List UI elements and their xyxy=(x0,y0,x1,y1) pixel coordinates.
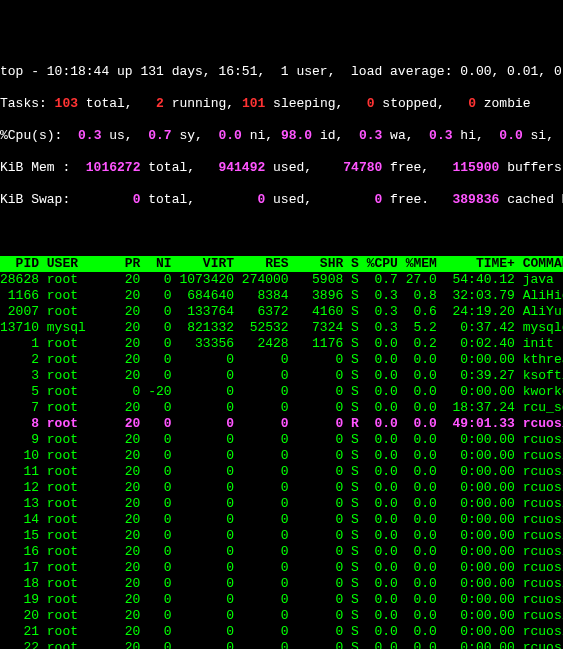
process-row[interactable]: 2 root 20 0 0 0 0 S 0.0 0.0 0:00.00 kthr… xyxy=(0,352,563,368)
process-row[interactable]: 1 root 20 0 33356 2428 1176 S 0.0 0.2 0:… xyxy=(0,336,563,352)
process-row[interactable]: 16 root 20 0 0 0 0 S 0.0 0.0 0:00.00 rcu… xyxy=(0,544,563,560)
summary-uptime: top - 10:18:44 up 131 days, 16:51, 1 use… xyxy=(0,64,563,80)
process-row[interactable]: 10 root 20 0 0 0 0 S 0.0 0.0 0:00.00 rcu… xyxy=(0,448,563,464)
summary-tasks: Tasks: 103 total, 2 running, 101 sleepin… xyxy=(0,96,563,112)
summary-cpu: %Cpu(s): 0.3 us, 0.7 sy, 0.0 ni, 98.0 id… xyxy=(0,128,563,144)
process-row[interactable]: 14 root 20 0 0 0 0 S 0.0 0.0 0:00.00 rcu… xyxy=(0,512,563,528)
process-row[interactable]: 13 root 20 0 0 0 0 S 0.0 0.0 0:00.00 rcu… xyxy=(0,496,563,512)
process-row[interactable]: 22 root 20 0 0 0 0 S 0.0 0.0 0:00.00 rcu… xyxy=(0,640,563,649)
process-row[interactable]: 18 root 20 0 0 0 0 S 0.0 0.0 0:00.00 rcu… xyxy=(0,576,563,592)
process-row[interactable]: 20 root 20 0 0 0 0 S 0.0 0.0 0:00.00 rcu… xyxy=(0,608,563,624)
process-row[interactable]: 21 root 20 0 0 0 0 S 0.0 0.0 0:00.00 rcu… xyxy=(0,624,563,640)
process-row[interactable]: 5 root 0 -20 0 0 0 S 0.0 0.0 0:00.00 kwo… xyxy=(0,384,563,400)
process-row[interactable]: 8 root 20 0 0 0 0 R 0.0 0.0 49:01.33 rcu… xyxy=(0,416,563,432)
process-row[interactable]: 12 root 20 0 0 0 0 S 0.0 0.0 0:00.00 rcu… xyxy=(0,480,563,496)
process-row[interactable]: 9 root 20 0 0 0 0 S 0.0 0.0 0:00.00 rcuo… xyxy=(0,432,563,448)
process-row[interactable]: 28628 root 20 0 1073420 274000 5908 S 0.… xyxy=(0,272,563,288)
process-row[interactable]: 13710 mysql 20 0 821332 52532 7324 S 0.3… xyxy=(0,320,563,336)
process-row[interactable]: 11 root 20 0 0 0 0 S 0.0 0.0 0:00.00 rcu… xyxy=(0,464,563,480)
summary-mem: KiB Mem : 1016272 total, 941492 used, 74… xyxy=(0,160,563,176)
blank-line xyxy=(0,224,563,240)
process-row[interactable]: 19 root 20 0 0 0 0 S 0.0 0.0 0:00.00 rcu… xyxy=(0,592,563,608)
process-row[interactable]: 1166 root 20 0 684640 8384 3896 S 0.3 0.… xyxy=(0,288,563,304)
process-row[interactable]: 7 root 20 0 0 0 0 S 0.0 0.0 18:37.24 rcu… xyxy=(0,400,563,416)
summary-swap: KiB Swap: 0 total, 0 used, 0 free. 38983… xyxy=(0,192,563,208)
process-row[interactable]: 3 root 20 0 0 0 0 S 0.0 0.0 0:39.27 ksof… xyxy=(0,368,563,384)
process-row[interactable]: 2007 root 20 0 133764 6372 4160 S 0.3 0.… xyxy=(0,304,563,320)
process-row[interactable]: 17 root 20 0 0 0 0 S 0.0 0.0 0:00.00 rcu… xyxy=(0,560,563,576)
process-list[interactable]: 28628 root 20 0 1073420 274000 5908 S 0.… xyxy=(0,272,563,649)
column-header: PID USER PR NI VIRT RES SHR S %CPU %MEM … xyxy=(0,256,563,272)
process-row[interactable]: 15 root 20 0 0 0 0 S 0.0 0.0 0:00.00 rcu… xyxy=(0,528,563,544)
